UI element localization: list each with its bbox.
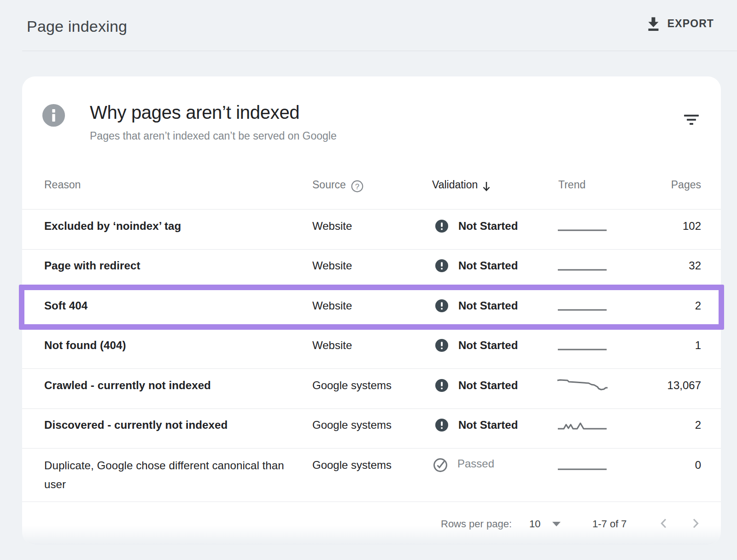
rows-per-page-label: Rows per page: [441,518,512,530]
validation-status: Not Started [458,259,518,272]
trend-sparkline [556,419,608,432]
validation-status: Not Started [458,339,518,352]
table-row[interactable]: Duplicate, Google chose different canoni… [22,448,721,502]
svg-text:?: ? [355,182,359,191]
pages-cell: 0 [695,448,701,502]
pages-cell: 13,067 [667,368,701,408]
reason-cell: Discovered - currently not indexed [44,408,302,449]
table-row[interactable]: Soft 404 Website Not Started 2 [22,289,721,329]
next-page-icon[interactable] [691,518,700,529]
source-cell: Website [312,329,352,369]
not-started-icon [435,419,448,432]
source-cell: Website [312,209,352,249]
column-header-trend[interactable]: Trend [558,179,585,191]
column-header-validation[interactable]: Validation [432,179,478,191]
pages-cell: 102 [683,209,701,249]
column-header-reason[interactable]: Reason [44,179,81,191]
pages-cell: 2 [695,289,701,329]
row-divider [22,329,721,329]
trend-sparkline [556,459,608,472]
filter-icon[interactable] [684,115,699,125]
source-cell: Website [312,249,352,289]
panel-title: Why pages aren’t indexed [90,102,299,123]
not-started-icon [435,299,448,312]
rows-per-page-value[interactable]: 10 [529,518,540,530]
pages-cell: 2 [695,408,701,449]
table-row[interactable]: Discovered - currently not indexed Googl… [22,408,721,449]
reason-cell: Page with redirect [44,249,302,289]
column-header-pages[interactable]: Pages [671,179,701,191]
reason-cell: Not found (404) [44,329,302,369]
info-icon [42,104,65,127]
validation-status: Not Started [458,299,518,312]
download-icon [647,17,660,31]
not-started-icon [435,379,448,392]
validation-status: Passed [457,457,494,470]
table-row[interactable]: Excluded by ‘noindex’ tag Website Not St… [22,209,721,249]
pages-cell: 1 [695,329,701,369]
row-divider [22,368,721,369]
table-row[interactable]: Not found (404) Website Not Started 1 [22,329,721,369]
pages-cell: 32 [689,249,701,289]
trend-sparkline [556,299,608,312]
trend-sparkline [556,379,608,392]
source-cell: Website [312,289,352,329]
validation-status: Not Started [458,419,518,432]
row-divider [22,448,721,449]
not-started-icon [435,220,448,233]
reason-cell: Excluded by ‘noindex’ tag [44,209,302,249]
column-header-source[interactable]: Source [312,179,346,191]
table-row[interactable]: Page with redirect Website Not Started 3… [22,249,721,289]
source-cell: Google systems [312,448,392,502]
trend-sparkline [556,339,608,352]
previous-page-icon[interactable] [659,518,668,529]
help-icon[interactable]: ? [351,180,363,192]
source-cell: Google systems [312,368,392,408]
export-label: EXPORT [667,18,714,30]
row-divider [22,408,721,409]
validation-status: Not Started [458,379,518,392]
trend-sparkline [556,220,608,233]
row-divider [22,209,721,210]
dropdown-caret-icon[interactable] [551,521,562,527]
trend-sparkline [556,259,608,272]
not-started-icon [435,259,448,272]
panel-card: Why pages aren’t indexed Pages that aren… [22,76,721,545]
row-divider [22,289,721,289]
panel-subtitle: Pages that aren’t indexed can’t be serve… [90,130,337,142]
table-row[interactable]: Crawled - currently not indexed Google s… [22,368,721,408]
sort-descending-icon [481,181,491,192]
export-button[interactable]: EXPORT [647,17,714,31]
pagination-range: 1-7 of 7 [592,518,627,530]
reason-cell: Soft 404 [44,289,302,329]
reason-cell: Crawled - currently not indexed [44,368,302,408]
passed-icon [433,457,448,473]
row-divider [22,502,721,502]
reason-cell: Duplicate, Google chose different canoni… [44,448,302,502]
validation-status: Not Started [458,220,518,233]
topbar-divider [22,51,737,51]
source-cell: Google systems [312,408,392,449]
not-started-icon [435,339,448,352]
page-title: Page indexing [27,17,127,35]
row-divider [22,249,721,250]
